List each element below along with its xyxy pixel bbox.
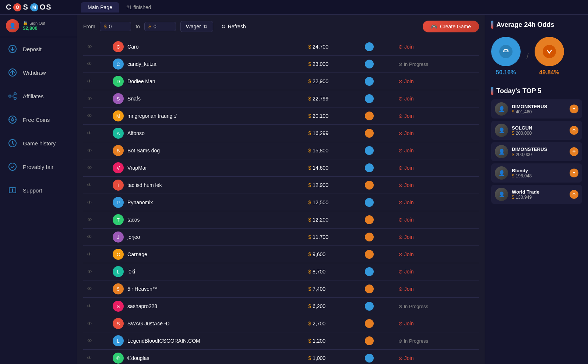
top5-amount: $ 196,048 <box>512 173 566 179</box>
team-cell <box>361 73 395 90</box>
top5-amount-value: 130,949 <box>516 195 532 200</box>
eye-icon[interactable]: 👁 <box>87 234 92 240</box>
player-info: D Dodiee Man <box>113 76 301 87</box>
player-avatar: D <box>113 76 124 87</box>
table-row: 👁 L l0ki $ 8,700 ⊘ Join <box>83 263 479 280</box>
amount-cell: $ 14,600 <box>304 159 361 177</box>
top5-name: SOLGUN <box>512 125 566 131</box>
refresh-button[interactable]: ↻ Refresh <box>218 21 250 32</box>
sidebar-item-provably-fair[interactable]: Provably fair <box>0 155 77 179</box>
player-name: Carnage <box>127 251 147 257</box>
eye-icon[interactable]: 👁 <box>87 338 92 344</box>
join-button[interactable]: ⊘ Join <box>398 44 414 50</box>
coin-icon: $ <box>308 321 311 326</box>
amount-value: 2,700 <box>313 321 325 326</box>
sidebar-item-withdraw[interactable]: Withdraw <box>0 61 77 84</box>
team-cell <box>361 38 395 56</box>
player-cell: V VrapMar <box>109 159 304 177</box>
join-button[interactable]: ⊘ Join <box>398 269 414 275</box>
top5-info: DIMONSTERUS $ 401,460 <box>512 104 566 114</box>
to-label: to <box>135 24 140 29</box>
sidebar-item-game-history[interactable]: Game history <box>0 131 77 155</box>
join-button[interactable]: ⊘ Join <box>398 78 414 84</box>
amount-cell: $ 12,900 <box>304 177 361 194</box>
amount-cell: $ 16,299 <box>304 125 361 142</box>
eye-icon[interactable]: 👁 <box>87 130 92 136</box>
eye-icon[interactable]: 👁 <box>87 303 92 309</box>
join-button[interactable]: ⊘ Join <box>398 251 414 257</box>
sidebar-item-affiliates[interactable]: Affiliates <box>0 84 77 108</box>
eye-icon[interactable]: 👁 <box>87 217 92 223</box>
join-button[interactable]: ⊘ Join <box>398 286 414 292</box>
wager-amount: $ 20,100 <box>308 113 358 119</box>
eye-icon[interactable]: 👁 <box>87 61 92 67</box>
affiliates-label: Affiliates <box>23 93 43 99</box>
join-button[interactable]: ⊘ Join <box>398 113 414 119</box>
sign-out-button[interactable]: 🔒 Sign Out <box>23 21 45 25</box>
table-row: 👁 C candy_kutza $ 23,000 ⊘ <box>83 56 479 73</box>
eye-icon[interactable]: 👁 <box>87 113 92 119</box>
amount-cell: $ 6,200 <box>304 298 361 315</box>
wager-button[interactable]: Wager ⇅ <box>180 21 213 32</box>
eye-icon[interactable]: 👁 <box>87 44 92 50</box>
amount-value: 8,700 <box>313 269 325 275</box>
deposit-label: Deposit <box>23 46 42 52</box>
table-row: 👁 B Bot Sams dog $ 15,800 <box>83 142 479 159</box>
top5-avatar: 👤 <box>495 145 508 158</box>
eye-cell: 👁 <box>83 246 109 263</box>
eye-icon[interactable]: 👁 <box>87 165 92 171</box>
eye-icon[interactable]: 👁 <box>87 269 92 275</box>
logo-c: C <box>6 3 12 11</box>
team-cell <box>361 125 395 142</box>
eye-icon[interactable]: 👁 <box>87 286 92 292</box>
eye-icon[interactable]: 👁 <box>87 78 92 84</box>
create-game-button[interactable]: 🎮 Create Game <box>423 21 479 32</box>
team-cell <box>361 177 395 194</box>
team-cell <box>361 280 395 298</box>
top5-badge <box>570 126 578 135</box>
player-info: S sashapro228 <box>113 301 301 312</box>
player-name: candy_kutza <box>127 61 156 67</box>
eye-icon[interactable]: 👁 <box>87 355 92 361</box>
player-info: © ©douglas <box>113 353 301 364</box>
sidebar-item-free-coins[interactable]: Free Coins <box>0 108 77 131</box>
join-button[interactable]: ⊘ Join <box>398 182 414 188</box>
top5-list: 👤 DIMONSTERUS $ 401,460 👤 SOLGUN $ <box>491 99 582 204</box>
avatar: 👤 <box>6 19 19 32</box>
eye-icon[interactable]: 👁 <box>87 199 92 205</box>
amount-cell: $ 1,200 <box>304 332 361 350</box>
amount-value: 22,900 <box>313 78 328 84</box>
eye-icon[interactable]: 👁 <box>87 148 92 153</box>
to-coin-icon: $ <box>148 24 151 29</box>
tab-1-finished[interactable]: #1 finished <box>120 2 158 13</box>
eye-cell: 👁 <box>83 142 109 159</box>
amount-cell: $ 12,500 <box>304 194 361 211</box>
table-row: 👁 D Dodiee Man $ 22,900 ⊘ <box>83 73 479 90</box>
to-input[interactable] <box>154 24 172 29</box>
join-button[interactable]: ⊘ Join <box>398 217 414 223</box>
player-avatar: C <box>113 59 124 70</box>
eye-icon[interactable]: 👁 <box>87 96 92 102</box>
in-progress-status: ⊘ In Progress <box>398 61 472 67</box>
amount-value: 11,700 <box>313 234 328 240</box>
join-button[interactable]: ⊘ Join <box>398 165 414 171</box>
join-button[interactable]: ⊘ Join <box>398 321 414 326</box>
join-button[interactable]: ⊘ Join <box>398 148 414 153</box>
join-button[interactable]: ⊘ Join <box>398 199 414 205</box>
from-label: From <box>83 24 95 29</box>
sidebar-item-support[interactable]: Support <box>0 179 77 202</box>
tab-main-page[interactable]: Main Page <box>81 2 119 13</box>
wager-amount: $ 11,700 <box>308 234 358 240</box>
eye-icon[interactable]: 👁 <box>87 321 92 326</box>
join-button[interactable]: ⊘ Join <box>398 130 414 136</box>
join-button[interactable]: ⊘ Join <box>398 234 414 240</box>
from-input[interactable] <box>109 24 127 29</box>
eye-cell: 👁 <box>83 315 109 332</box>
join-button[interactable]: ⊘ Join <box>398 355 414 361</box>
player-info: L l0ki <box>113 266 301 277</box>
sidebar-item-deposit[interactable]: Deposit <box>0 37 77 61</box>
join-button[interactable]: ⊘ Join <box>398 96 414 102</box>
amount-cell: $ 7,400 <box>304 280 361 298</box>
eye-icon[interactable]: 👁 <box>87 251 92 257</box>
eye-icon[interactable]: 👁 <box>87 182 92 188</box>
